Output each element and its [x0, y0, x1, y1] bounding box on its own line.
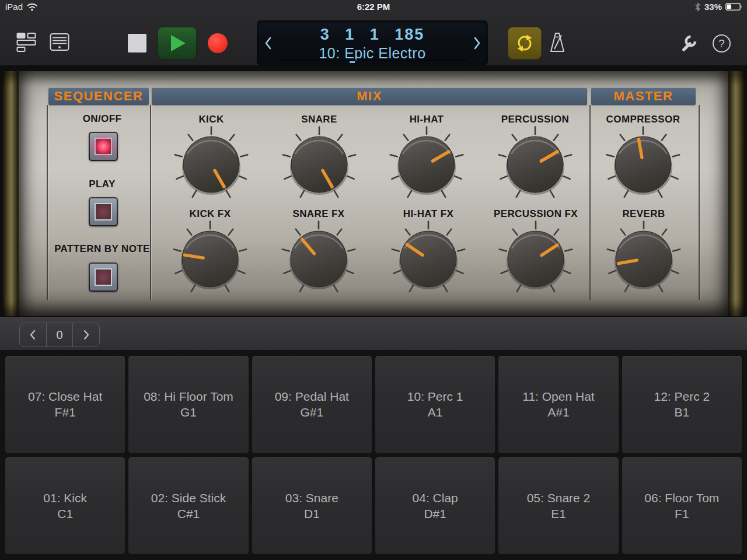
lcd-position-display: 3 1 1 185 — [257, 26, 488, 44]
lcd-display[interactable]: 3 1 1 185 10: Epic Electro — [257, 20, 488, 65]
drum-pad-open-hat[interactable]: 11: Open Hat A#1 — [498, 356, 618, 453]
pad-name: 08: Hi Floor Tom — [144, 388, 233, 404]
battery-icon — [725, 3, 742, 10]
drum-pad-floor-tom[interactable]: 06: Floor Tom F1 — [622, 457, 742, 555]
section-header-sequencer: SEQUENCER — [48, 88, 149, 105]
sequencer-pattern-by-note-label: PATTERN BY NOTE — [35, 243, 169, 255]
pad-note: C#1 — [177, 506, 200, 522]
pad-note: D1 — [304, 506, 320, 522]
drum-pad-close-hat[interactable]: 07: Close Hat F#1 — [5, 356, 125, 453]
percussion-knob-label: PERCUSSION — [491, 113, 579, 126]
reverb-knob-label: REVERB — [600, 208, 687, 220]
percussion-fx-knob[interactable] — [497, 220, 574, 298]
chevron-right-icon — [473, 36, 481, 50]
pad-name: 07: Close Hat — [28, 388, 102, 404]
wood-side-right — [728, 71, 745, 316]
top-toolbar: iPad 6:22 PM 33% — [0, 0, 747, 65]
hihat-knob[interactable] — [388, 126, 465, 203]
drum-pad-side-stick[interactable]: 02: Side Stick C#1 — [128, 457, 248, 555]
loop-icon — [514, 33, 535, 54]
wood-side-left — [2, 71, 19, 316]
pattern-page-bar: 0 — [0, 317, 747, 350]
pad-name: 12: Perc 2 — [654, 388, 710, 404]
kick-fx-knob[interactable] — [172, 220, 249, 298]
drum-pad-pedal-hat[interactable]: 09: Pedal Hat G#1 — [252, 356, 372, 453]
sequencer-play-label: PLAY — [47, 178, 158, 190]
hihat-fx-knob[interactable] — [390, 220, 467, 298]
divider-line — [150, 105, 151, 300]
sequencer-onoff-button[interactable] — [89, 132, 118, 161]
pad-name: 11: Open Hat — [522, 388, 594, 404]
pad-note: A1 — [428, 404, 443, 420]
led-indicator — [95, 268, 112, 286]
hihat-knob-label: HI-HAT — [383, 113, 470, 126]
pad-note: F1 — [675, 506, 689, 522]
sequencer-pattern-by-note-button[interactable] — [89, 262, 118, 292]
drum-pad-snare-2[interactable]: 05: Snare 2 E1 — [498, 457, 618, 555]
drum-pad-kick[interactable]: 01: Kick C1 — [5, 457, 125, 555]
page-next-button[interactable] — [72, 323, 99, 346]
drum-pad-perc-1[interactable]: 10: Perc 1 A1 — [375, 356, 495, 453]
led-indicator — [95, 138, 112, 155]
record-button[interactable] — [208, 33, 228, 53]
drum-pad-clap[interactable]: 04: Clap D#1 — [375, 457, 495, 555]
reverb-knob[interactable] — [605, 220, 682, 298]
pad-name: 03: Snare — [285, 490, 338, 506]
sequencer-play-button[interactable] — [89, 197, 118, 226]
loop-button[interactable] — [508, 27, 542, 60]
drum-pad-perc-2[interactable]: 12: Perc 2 B1 — [622, 356, 742, 453]
garageband-drum-machine-screen: iPad 6:22 PM 33% — [0, 0, 747, 560]
button-bezel — [90, 198, 117, 225]
tracks-view-button[interactable] — [16, 32, 37, 52]
divider-line — [47, 105, 48, 300]
pad-note: A#1 — [547, 404, 569, 420]
pattern-page-stepper: 0 — [19, 323, 100, 347]
pad-note: G#1 — [300, 404, 323, 420]
drum-pad-snare[interactable]: 03: Snare D1 — [252, 457, 372, 555]
settings-wrench-button[interactable] — [679, 33, 699, 53]
stop-button[interactable] — [128, 34, 146, 52]
snare-knob[interactable] — [281, 126, 358, 203]
bluetooth-icon — [694, 2, 701, 12]
pad-name: 09: Pedal Hat — [275, 388, 349, 404]
section-header-mix: MIX — [152, 88, 587, 105]
button-bezel — [90, 264, 117, 290]
metronome-button[interactable] — [547, 32, 567, 54]
loop-browser-button[interactable] — [49, 32, 70, 52]
drum-pad-grid: 07: Close Hat F#1 08: Hi Floor Tom G1 09… — [0, 350, 747, 560]
snare-fx-knob[interactable] — [280, 220, 357, 298]
page-prev-button[interactable] — [20, 323, 46, 346]
pad-name: 02: Side Stick — [151, 490, 226, 506]
play-button[interactable] — [158, 27, 197, 60]
lcd-progress-track — [278, 60, 467, 61]
device-faceplate: SEQUENCER MIX MASTER ON/OFF PLAY PATTERN… — [19, 71, 728, 316]
percussion-fx-knob-label: PERCUSSION FX — [492, 208, 580, 220]
page-number-value: 0 — [46, 323, 73, 346]
button-bezel — [90, 133, 117, 160]
status-bar: iPad 6:22 PM 33% — [0, 2, 747, 13]
kick-knob[interactable] — [173, 126, 250, 203]
pad-note: E1 — [551, 506, 566, 522]
hihat-fx-knob-label: HI-HAT FX — [385, 208, 472, 220]
compressor-knob[interactable] — [605, 126, 682, 203]
pad-name: 04: Clap — [413, 490, 458, 506]
kick-knob-label: KICK — [167, 113, 255, 126]
battery-percent: 33% — [704, 2, 722, 12]
pad-name: 05: Snare 2 — [527, 490, 591, 506]
smart-drums-panel-zone: SEQUENCER MIX MASTER ON/OFF PLAY PATTERN… — [0, 65, 747, 317]
pad-name: 01: Kick — [43, 490, 87, 506]
snare-fx-knob-label: SNARE FX — [275, 208, 362, 220]
section-header-master: MASTER — [591, 88, 696, 105]
help-button[interactable]: ? — [713, 34, 731, 52]
play-icon — [167, 33, 187, 53]
drum-machine-device: SEQUENCER MIX MASTER ON/OFF PLAY PATTERN… — [2, 71, 745, 316]
drum-pad-hi-floor-tom[interactable]: 08: Hi Floor Tom G1 — [128, 356, 248, 453]
divider-line — [699, 105, 700, 300]
lcd-next-song-button[interactable] — [473, 36, 481, 50]
lcd-playhead-marker — [350, 61, 355, 63]
help-icon: ? — [718, 37, 725, 50]
kick-fx-knob-label: KICK FX — [166, 208, 254, 220]
percussion-knob[interactable] — [497, 126, 574, 203]
compressor-knob-label: COMPRESSOR — [599, 113, 687, 126]
led-indicator — [95, 203, 112, 220]
